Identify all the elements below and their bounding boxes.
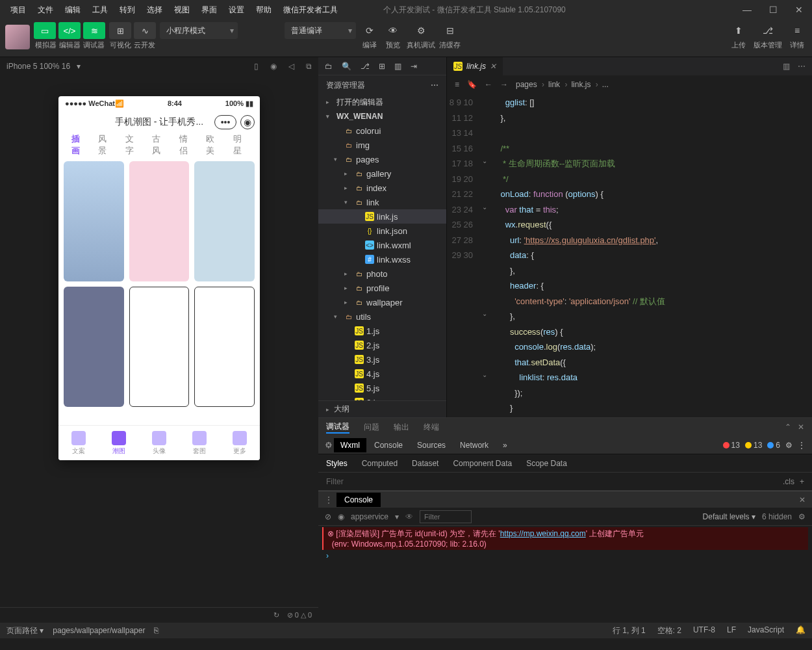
panel-up-icon[interactable]: ⌃: [785, 422, 791, 432]
debugger-tab[interactable]: 输出: [394, 422, 409, 433]
devtools-tab[interactable]: Wxml: [334, 438, 366, 452]
debugger-tab[interactable]: 问题: [364, 422, 379, 433]
files-icon[interactable]: 🗀: [325, 62, 333, 71]
menu-item[interactable]: 编辑: [60, 2, 86, 18]
error-link[interactable]: https://mp.weixin.qq.com: [500, 529, 586, 538]
style-tab[interactable]: Dataset: [412, 459, 438, 468]
device-icon[interactable]: ▯: [254, 62, 259, 71]
device-label[interactable]: iPhone 5 100% 16: [6, 62, 70, 71]
wallpaper-item[interactable]: [194, 161, 255, 281]
tree-node[interactable]: ▾🗀utils: [318, 309, 446, 324]
add-class-icon[interactable]: +: [800, 477, 804, 486]
style-tab[interactable]: Computed: [362, 459, 398, 468]
tree-node[interactable]: JS6.js: [318, 395, 446, 400]
debugger-tab[interactable]: 终端: [424, 422, 439, 433]
back-icon[interactable]: ←: [485, 80, 492, 89]
mode-dropdown[interactable]: 小程序模式: [160, 22, 238, 39]
style-filter[interactable]: Filter: [326, 477, 344, 486]
editor-toggle[interactable]: </>: [58, 22, 81, 39]
console-close-icon[interactable]: ✕: [799, 495, 806, 504]
split-icon[interactable]: ▥: [394, 62, 401, 71]
page-path[interactable]: pages/wallpaper/wallpaper: [53, 626, 145, 635]
encoding-status[interactable]: UTF-8: [693, 625, 715, 636]
code-area[interactable]: 8 9 10 11 12 13 14 15 16 17 18 19 20 21 …: [447, 94, 812, 417]
clear-console-icon[interactable]: ⊘: [325, 512, 331, 521]
panel-close-icon[interactable]: ✕: [798, 422, 804, 432]
list-icon[interactable]: ≡: [455, 80, 459, 89]
record-icon[interactable]: ◉: [270, 62, 277, 71]
context-eye-icon[interactable]: ◉: [338, 512, 344, 521]
close-tab-icon[interactable]: ✕: [490, 62, 496, 71]
tree-node[interactable]: ▸🗀index: [318, 181, 446, 195]
menu-item[interactable]: 选择: [142, 2, 168, 18]
hidden-count[interactable]: 6 hidden: [762, 512, 792, 521]
bookmark-icon[interactable]: 🔖: [467, 80, 477, 89]
upload-button[interactable]: ⬆: [729, 22, 748, 39]
maximize-button[interactable]: ☐: [765, 5, 781, 15]
menu-item[interactable]: 微信开发者工具: [278, 2, 343, 18]
open-editors-section[interactable]: ▸打开的编辑器: [318, 95, 446, 109]
simulator-toggle[interactable]: ▭: [34, 22, 56, 39]
category-tab[interactable]: 文字: [119, 133, 146, 157]
menu-item[interactable]: 转到: [114, 2, 140, 18]
cursor-position[interactable]: 行 1, 列 1: [613, 625, 646, 636]
minimize-button[interactable]: —: [739, 5, 755, 15]
style-tab[interactable]: Component Data: [453, 459, 512, 468]
editor-tab[interactable]: JS link.js ✕: [447, 57, 503, 75]
tree-node[interactable]: JS1.js: [318, 324, 446, 338]
category-tab[interactable]: 插画: [65, 133, 92, 157]
console-prompt[interactable]: ›: [322, 550, 808, 562]
tree-node[interactable]: ▸🗀wallpaper: [318, 295, 446, 309]
console-tab[interactable]: Console: [336, 493, 381, 507]
detail-button[interactable]: ≡: [787, 22, 807, 39]
capsule-close[interactable]: ◉: [240, 115, 255, 129]
menu-item[interactable]: 界面: [196, 2, 222, 18]
menu-item[interactable]: 设置: [223, 2, 249, 18]
console-settings-icon[interactable]: ⚙: [798, 512, 806, 521]
git-icon[interactable]: ⎇: [361, 62, 370, 71]
devtools-tab[interactable]: Sources: [411, 438, 452, 452]
debugger-tab[interactable]: 调试器: [326, 421, 349, 434]
tree-node[interactable]: JS3.js: [318, 352, 446, 367]
indent-status[interactable]: 空格: 2: [657, 625, 681, 636]
cloud-button[interactable]: ∿: [134, 22, 156, 39]
language-status[interactable]: JavaScript: [748, 625, 784, 636]
wallpaper-item[interactable]: [194, 287, 255, 407]
avatar[interactable]: [5, 25, 30, 49]
wallpaper-item[interactable]: [129, 161, 190, 281]
explorer-more-icon[interactable]: ⋯: [431, 81, 438, 90]
menu-item[interactable]: 视图: [169, 2, 195, 18]
editor-more-icon[interactable]: ⋯: [798, 62, 806, 71]
wallpaper-item[interactable]: [64, 287, 124, 407]
wallpaper-item[interactable]: [129, 287, 190, 407]
tree-node[interactable]: #link.wxss: [318, 252, 446, 266]
tree-node[interactable]: JS2.js: [318, 338, 446, 352]
close-button[interactable]: ✕: [791, 5, 807, 15]
style-tab[interactable]: Styles: [326, 459, 348, 468]
search-icon[interactable]: 🔍: [342, 62, 351, 71]
more-icon[interactable]: ⇥: [411, 62, 417, 71]
menu-item[interactable]: 帮助: [251, 2, 277, 18]
outline-section[interactable]: ▸大纲: [318, 400, 446, 417]
devtools-tab[interactable]: Network: [453, 438, 495, 452]
sim-reload-icon[interactable]: ↻: [273, 611, 279, 619]
tree-node[interactable]: 🗀colorui: [318, 124, 446, 138]
eol-status[interactable]: LF: [727, 625, 736, 636]
tree-node[interactable]: JS4.js: [318, 367, 446, 381]
tree-node[interactable]: ▾🗀link: [318, 195, 446, 209]
nav-item[interactable]: 套图: [179, 426, 220, 460]
tree-node[interactable]: ▾🗀pages: [318, 152, 446, 166]
clear-cache-button[interactable]: ⊟: [440, 22, 460, 39]
copy-path-icon[interactable]: ⎘: [154, 626, 159, 635]
mute-icon[interactable]: ◁: [288, 62, 294, 71]
tree-node[interactable]: ▸🗀photo: [318, 266, 446, 281]
nav-item[interactable]: 潮图: [99, 426, 139, 460]
style-tab[interactable]: Scope Data: [526, 459, 567, 468]
category-tab[interactable]: 古风: [146, 133, 172, 157]
nav-item[interactable]: 更多: [220, 426, 260, 460]
preview-button[interactable]: 👁: [383, 22, 403, 39]
console-context[interactable]: appservice: [351, 512, 388, 521]
tree-node[interactable]: 🗀img: [318, 138, 446, 152]
debugger-toggle[interactable]: ≋: [83, 22, 105, 39]
forward-icon[interactable]: →: [500, 80, 508, 89]
